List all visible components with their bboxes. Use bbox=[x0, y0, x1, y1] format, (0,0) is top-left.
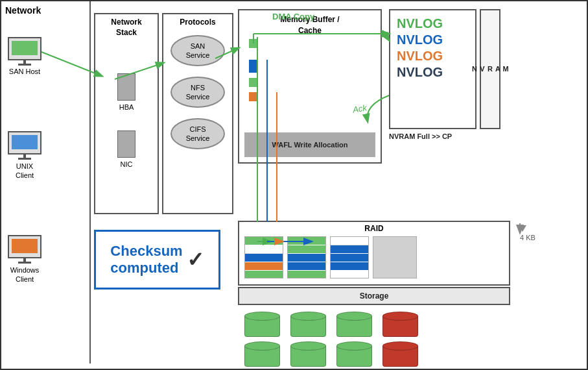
stripe-white-3 bbox=[331, 271, 368, 278]
stripe-orange-1 bbox=[245, 262, 283, 271]
unix-client-item: UNIXClient bbox=[8, 131, 41, 180]
protocols-panel: Protocols SANService NFSService CIFSServ… bbox=[162, 13, 233, 214]
mem-square-blue bbox=[249, 60, 258, 73]
disk-green-5 bbox=[290, 341, 326, 370]
main-diagram: Network SAN Host UNIXClient WindowsClien… bbox=[0, 0, 588, 370]
raid-panel: RAID bbox=[238, 221, 510, 286]
mem-square-orange bbox=[249, 92, 258, 101]
disk-green-6 bbox=[336, 341, 372, 370]
unix-monitor-base bbox=[18, 158, 31, 160]
stripe-green-5 bbox=[288, 271, 325, 278]
stripe-blue-3 bbox=[288, 262, 325, 271]
san-host-label: SAN Host bbox=[9, 68, 40, 75]
wafl-box: WAFL Write Allocation bbox=[244, 132, 375, 157]
raid-title: RAID bbox=[239, 222, 509, 235]
stripe-blue-1 bbox=[245, 254, 283, 262]
memory-panel: Memory Buffer /Cache WAFL Write Allocati… bbox=[238, 9, 382, 164]
nvram-label: NVRAM bbox=[471, 65, 510, 74]
stripe-green-1 bbox=[245, 237, 283, 245]
nvlog-entry-1: NVLOG bbox=[397, 16, 469, 32]
unix-client-monitor bbox=[8, 131, 41, 154]
nvlog-entry-4: NVLOG bbox=[397, 64, 469, 80]
storage-title: Storage bbox=[360, 291, 389, 301]
mem-square-green-top bbox=[249, 39, 258, 48]
cifs-service-oval: CIFSService bbox=[171, 118, 225, 149]
raid-disk-2 bbox=[287, 236, 326, 278]
stripe-blue-6 bbox=[331, 262, 368, 271]
hba-label: HBA bbox=[95, 103, 158, 111]
unix-client-screen bbox=[12, 135, 38, 149]
nvlog-entry-2: NVLOG bbox=[397, 32, 469, 48]
disk-green-2 bbox=[290, 312, 326, 340]
windows-client-label: WindowsClient bbox=[10, 265, 40, 284]
storage-panel: Storage bbox=[238, 287, 510, 305]
network-stack-title: NetworkStack bbox=[95, 14, 158, 41]
kb-down-arrow bbox=[519, 225, 526, 232]
disk-red-2 bbox=[382, 341, 418, 370]
unix-client-label: UNIXClient bbox=[16, 162, 34, 180]
san-host-item: SAN Host bbox=[8, 37, 41, 75]
raid-disk-1 bbox=[244, 236, 283, 278]
disk-red-1 bbox=[382, 312, 418, 340]
raid-parity-disk bbox=[373, 236, 417, 278]
san-service-oval: SANService bbox=[171, 35, 225, 66]
stripe-blue-5 bbox=[331, 254, 368, 262]
windows-client-item: WindowsClient bbox=[8, 235, 41, 284]
stripe-blue-2 bbox=[288, 254, 325, 262]
stripe-white-2 bbox=[331, 237, 368, 245]
nvlog-panel: NVLOG NVLOG NVLOG NVLOG bbox=[389, 9, 476, 129]
nfs-service-oval: NFSService bbox=[171, 77, 225, 108]
stripe-green-3 bbox=[288, 237, 325, 245]
raid-disk-3 bbox=[330, 236, 369, 278]
san-host-screen bbox=[12, 41, 38, 55]
stripe-blue-4 bbox=[331, 245, 368, 254]
checksum-mark: ✓ bbox=[187, 247, 204, 272]
stripe-green-2 bbox=[245, 271, 283, 278]
nvram-box: NVRAM bbox=[480, 9, 500, 129]
nic-label: NIC bbox=[95, 160, 158, 168]
kb-label: 4 KB bbox=[520, 234, 535, 241]
nic-box bbox=[117, 130, 135, 158]
disk-green-3 bbox=[336, 312, 372, 340]
raid-disks bbox=[239, 235, 509, 280]
nvram-full-label: NVRAM Full >> CP bbox=[389, 132, 452, 140]
network-stack-panel: NetworkStack HBA NIC bbox=[94, 13, 159, 214]
windows-client-monitor bbox=[8, 235, 41, 258]
stripe-white-1 bbox=[245, 245, 283, 254]
checksum-text: Checksumcomputed bbox=[110, 243, 182, 277]
mem-square-green-mid bbox=[249, 78, 258, 87]
san-host-monitor bbox=[8, 37, 41, 60]
windows-monitor-base bbox=[18, 262, 31, 264]
hba-box bbox=[117, 73, 135, 101]
svg-line-12 bbox=[382, 31, 389, 40]
windows-client-screen bbox=[12, 239, 38, 253]
nvlog-entry-3: NVLOG bbox=[397, 48, 469, 64]
dma-label: DMA Copy bbox=[272, 12, 314, 21]
disk-green-1 bbox=[244, 312, 280, 340]
san-monitor-base bbox=[18, 64, 31, 66]
disk-row-2 bbox=[244, 341, 418, 370]
disk-green-4 bbox=[244, 341, 280, 370]
disk-row-1 bbox=[244, 312, 418, 340]
stripe-green-4 bbox=[288, 245, 325, 254]
checksum-box: Checksumcomputed ✓ bbox=[94, 230, 220, 290]
protocols-title: Protocols bbox=[163, 14, 232, 30]
